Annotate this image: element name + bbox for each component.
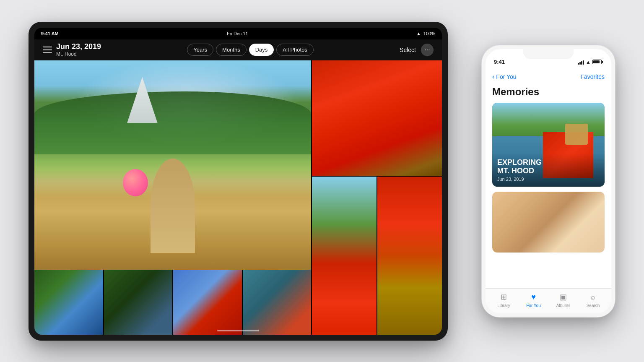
tab-years[interactable]: Years <box>187 44 213 56</box>
iphone-screen: 9:41 ▲ <box>486 49 611 313</box>
trail-photo-bg <box>34 60 311 270</box>
iphone-wrapper: 9:41 ▲ <box>481 45 615 318</box>
ipad-date: Jun 23, 2019 <box>56 42 101 51</box>
for-you-icon: ♥ <box>529 292 539 302</box>
ipad-location: Mt. Hood <box>56 51 101 57</box>
wifi-icon: ▲ <box>586 59 591 65</box>
thumb-2[interactable] <box>104 270 173 335</box>
select-button[interactable]: Select <box>400 47 416 53</box>
iphone-notch <box>523 49 574 59</box>
tab-library[interactable]: ⊞ Library <box>489 292 519 308</box>
scene: 9:41 AM Fri Dec 11 ▲ 100% <box>29 22 615 341</box>
main-photo-large[interactable] <box>34 60 311 270</box>
battery-icon <box>592 60 603 64</box>
tab-search-label: Search <box>587 303 600 308</box>
battery-icon: 100% <box>423 31 435 36</box>
main-photo-column <box>34 60 311 335</box>
tab-albums-label: Albums <box>556 303 570 308</box>
thumb-3[interactable] <box>173 270 242 335</box>
selfie-gradient <box>492 192 605 253</box>
curly-photo-bg <box>312 177 377 335</box>
tab-for-you-label: For You <box>526 303 540 308</box>
ipad-navbar-left: Jun 23, 2019 Mt. Hood <box>43 42 101 57</box>
iphone-status-icons: ▲ <box>578 59 603 65</box>
more-icon: ··· <box>424 46 430 54</box>
ipad-status-icons: ▲ 100% <box>416 31 435 36</box>
hands-photo-bg <box>312 60 442 176</box>
photo-canoe-water[interactable] <box>377 177 442 335</box>
balloon-decoration <box>123 169 148 196</box>
more-button[interactable]: ··· <box>421 44 434 56</box>
tab-all-photos[interactable]: All Photos <box>276 44 314 56</box>
canoe-photo-bg <box>377 177 442 335</box>
iphone-tabbar: ⊞ Library ♥ For You ▣ Albums ⌕ Search <box>486 288 611 313</box>
memory-date: Jun 23, 2019 <box>497 177 600 182</box>
iphone-time: 9:41 <box>494 59 505 65</box>
albums-icon: ▣ <box>558 292 569 302</box>
search-icon: ⌕ <box>588 292 598 302</box>
library-icon: ⊞ <box>499 292 509 302</box>
tab-for-you[interactable]: ♥ For You <box>519 292 548 308</box>
trees-bg <box>34 91 311 154</box>
bottom-thumbnails <box>34 270 311 335</box>
ipad-date-status: Fri Dec 11 <box>227 31 248 36</box>
back-chevron-icon: ‹ <box>492 73 494 81</box>
right-bottom-row <box>312 177 442 335</box>
ipad-navbar-right: Select ··· <box>400 44 434 56</box>
tab-days[interactable]: Days <box>249 44 274 56</box>
card-figure <box>565 124 588 145</box>
signal-icon <box>578 60 584 65</box>
memory-card-overlay: EXPLORING MT. HOOD Jun 23, 2019 <box>492 154 605 187</box>
wifi-icon: ▲ <box>416 31 421 36</box>
tab-albums[interactable]: ▣ Albums <box>548 292 578 308</box>
ipad-navbar: Jun 23, 2019 Mt. Hood Years Months Days … <box>34 39 442 60</box>
ipad-status-bar: 9:41 AM Fri Dec 11 ▲ 100% <box>34 28 442 39</box>
ipad-frame: 9:41 AM Fri Dec 11 ▲ 100% <box>29 22 448 341</box>
ipad-date-info: Jun 23, 2019 Mt. Hood <box>56 42 101 57</box>
iphone-frame: 9:41 ▲ <box>481 45 615 318</box>
photo-grid <box>34 60 442 335</box>
right-column <box>312 60 442 335</box>
ipad-tab-bar: Years Months Days All Photos <box>187 44 314 56</box>
ipad-screen: 9:41 AM Fri Dec 11 ▲ 100% <box>34 28 442 335</box>
photo-hands[interactable] <box>312 60 442 176</box>
thumb3-bg <box>173 270 242 335</box>
iphone-content: Memories EXPLORING MT. HOOD Jun 23, <box>486 86 611 288</box>
memory-title: EXPLORING MT. HOOD <box>497 159 600 175</box>
ipad-wrapper: 9:41 AM Fri Dec 11 ▲ 100% <box>29 22 448 341</box>
trail-path <box>151 159 195 253</box>
tab-library-label: Library <box>497 303 510 308</box>
back-button[interactable]: ‹ For You <box>492 73 517 81</box>
photo-curly-red[interactable] <box>312 177 377 335</box>
thumb-4[interactable] <box>243 270 312 335</box>
sidebar-toggle-icon[interactable] <box>43 47 52 53</box>
favorites-button[interactable]: Favorites <box>580 73 605 80</box>
scroll-indicator <box>217 330 259 331</box>
memory-card-selfie[interactable] <box>492 192 605 253</box>
iphone-nav: ‹ For You Favorites <box>486 68 611 86</box>
tab-months[interactable]: Months <box>216 44 247 56</box>
ipad-time: 9:41 AM <box>41 31 59 36</box>
selfie-bg <box>492 192 605 253</box>
memory-card-mt-hood[interactable]: EXPLORING MT. HOOD Jun 23, 2019 <box>492 103 605 187</box>
tab-search[interactable]: ⌕ Search <box>578 292 608 308</box>
memories-title: Memories <box>486 86 611 103</box>
back-label: For You <box>496 73 516 80</box>
thumb-1[interactable] <box>34 270 103 335</box>
